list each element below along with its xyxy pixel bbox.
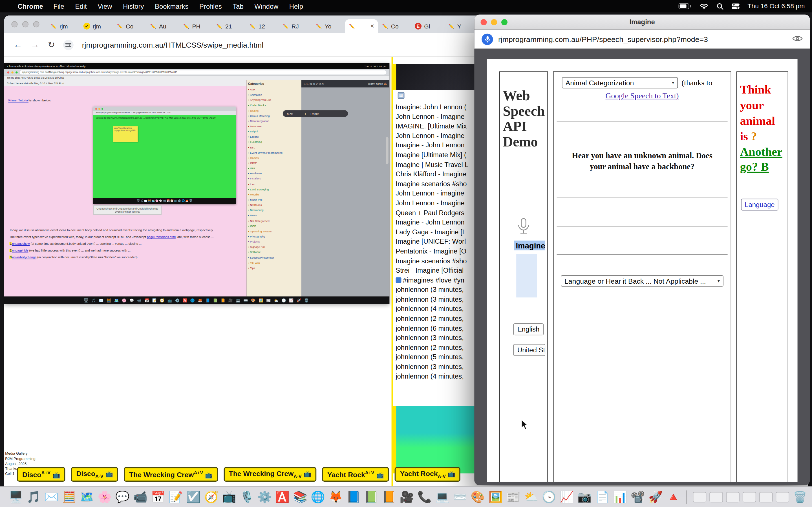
media-list-item[interactable]: Lady Gaga - Imagine [L bbox=[396, 228, 478, 237]
minimized-window-thumb[interactable] bbox=[709, 492, 723, 502]
dock-app-icon[interactable]: 📺 bbox=[222, 491, 236, 503]
dock-app-icon[interactable]: ✉️ bbox=[44, 491, 58, 503]
microphone-icon[interactable] bbox=[517, 218, 530, 238]
microphone-badge-icon[interactable] bbox=[481, 33, 493, 45]
category-select[interactable]: Animal Categorization ▾ bbox=[562, 77, 678, 89]
dock-app-icon[interactable]: 📽️ bbox=[631, 491, 645, 503]
menu-item[interactable]: Tab bbox=[233, 2, 244, 10]
dock-app-icon[interactable]: 📝 bbox=[168, 491, 183, 503]
dock-app-icon[interactable]: 📰 bbox=[506, 491, 520, 503]
battery-icon[interactable] bbox=[678, 3, 691, 9]
media-list-item[interactable]: johnlennon (3 minutes, bbox=[396, 295, 478, 304]
dock-app-icon[interactable]: 📹 bbox=[133, 491, 147, 503]
zoom-window-button[interactable] bbox=[501, 19, 507, 25]
media-list-item[interactable]: johnlennon (2 minutes, bbox=[396, 343, 478, 352]
media-list-item[interactable]: johnlennon (5 minutes, bbox=[396, 353, 478, 362]
browser-tab[interactable]: ✏️ PH bbox=[179, 19, 213, 33]
media-list-item[interactable]: John Lennon - Imagine bbox=[396, 199, 478, 208]
dock-app-icon[interactable]: 🖼️ bbox=[489, 491, 503, 503]
dock-app-icon[interactable]: 🅰️ bbox=[275, 491, 289, 503]
browser-tab[interactable]: E Gi bbox=[411, 19, 444, 33]
media-list-item[interactable]: johnlennon (3 minutes, bbox=[396, 285, 478, 295]
media-list-item[interactable]: Imagine [Ultimate Mix] ( bbox=[396, 151, 478, 160]
dock-app-icon[interactable]: ☑️ bbox=[186, 491, 200, 503]
dock-app-icon[interactable]: 🎥 bbox=[400, 491, 414, 503]
media-list-item[interactable]: Imagine: John Lennon ( bbox=[396, 103, 478, 112]
menu-item[interactable]: Help bbox=[289, 2, 303, 10]
minimized-window-thumb[interactable] bbox=[726, 492, 740, 502]
back-icon[interactable]: ← bbox=[13, 40, 22, 50]
dock-app-icon[interactable]: ⌨️ bbox=[453, 491, 467, 503]
media-list-item[interactable]: Queen + Paul Rodgers bbox=[396, 208, 478, 218]
dock-app-icon[interactable]: 🗺️ bbox=[80, 491, 94, 503]
media-list-item[interactable]: johnlennon (4 minutes, bbox=[396, 372, 478, 381]
media-list-item[interactable]: Imagine - John Lennon bbox=[396, 218, 478, 227]
minimized-window-thumb[interactable] bbox=[742, 492, 756, 502]
dock-app-icon[interactable]: 🌐 bbox=[311, 491, 325, 503]
media-list-item[interactable]: johnlennon (3 minutes, bbox=[396, 362, 478, 372]
dock-app-icon[interactable]: 🌸 bbox=[98, 491, 112, 503]
media-list-item[interactable]: John Lennon - Imagine bbox=[396, 131, 478, 141]
dock-app-icon[interactable]: 💬 bbox=[115, 491, 130, 503]
media-playlist-button[interactable]: Yacht RockA-V 📺 bbox=[395, 467, 460, 482]
spotlight-search-icon[interactable] bbox=[716, 3, 723, 10]
minimized-window-thumb[interactable] bbox=[776, 492, 789, 502]
media-list-item[interactable]: johnlennon (6 minutes, bbox=[396, 324, 478, 333]
zoom-window-button[interactable] bbox=[33, 21, 40, 27]
dock-app-icon[interactable]: 🎙️ bbox=[240, 491, 254, 503]
browser-tab[interactable]: ✏️ Co bbox=[113, 19, 146, 33]
control-center-icon[interactable] bbox=[731, 3, 739, 9]
menu-item[interactable]: View bbox=[98, 2, 112, 10]
forward-icon[interactable]: → bbox=[31, 40, 39, 50]
dock-app-icon[interactable]: ⛅ bbox=[524, 491, 538, 503]
minimized-window-thumb[interactable] bbox=[759, 492, 772, 502]
menu-app-name[interactable]: Chrome bbox=[17, 2, 43, 10]
media-list-item[interactable]: Imagine [UNICEF: Worl bbox=[396, 237, 478, 247]
dock-app-icon[interactable]: 📅 bbox=[151, 491, 165, 503]
menu-item[interactable]: Bookmarks bbox=[155, 2, 188, 10]
browser-tab[interactable]: ✏️ Yo bbox=[312, 19, 345, 33]
minimized-window-thumb[interactable] bbox=[693, 492, 706, 502]
menu-item[interactable]: Profiles bbox=[199, 2, 222, 10]
media-list-item[interactable]: Chris Kläfford - Imagine bbox=[396, 170, 478, 179]
dock-app-icon[interactable]: 🎵 bbox=[27, 491, 41, 503]
browser-tab[interactable]: ✏️ rjm bbox=[47, 19, 80, 33]
minimize-window-button[interactable] bbox=[491, 19, 497, 25]
dock-app-icon[interactable]: 🧭 bbox=[204, 491, 218, 503]
menu-item[interactable]: Edit bbox=[75, 2, 87, 10]
imagine-url[interactable]: rjmprogramming.com.au/PHP/speech_supervi… bbox=[498, 35, 708, 43]
dock-app-icon[interactable]: 📊 bbox=[613, 491, 627, 503]
dock-app-icon[interactable]: 🦊 bbox=[328, 491, 343, 503]
dock-app-icon[interactable]: 📘 bbox=[346, 491, 360, 503]
media-list-item[interactable]: Pentatonix - Imagine [O bbox=[396, 247, 478, 256]
media-list-item[interactable]: John Lennon - imagine bbox=[396, 189, 478, 199]
media-playlist-button[interactable]: DiscoA-V 📺 bbox=[71, 467, 118, 482]
browser-tab[interactable]: ✏️ ✕ bbox=[345, 19, 378, 33]
browser-tab[interactable]: ✏️ RJ bbox=[278, 19, 312, 33]
language-hearback-select[interactable]: Language or Hear it Back ... Not Applica… bbox=[561, 275, 723, 286]
browser-tab[interactable]: ✏️ Au bbox=[146, 19, 179, 33]
back-link[interactable]: B bbox=[758, 161, 769, 173]
dock-app-icon[interactable]: 🕓 bbox=[542, 491, 556, 503]
dock-app-icon[interactable]: 📚 bbox=[293, 491, 307, 503]
dock-app-icon[interactable]: 🚀 bbox=[649, 491, 663, 503]
dock-app-icon[interactable]: 🧮 bbox=[62, 491, 76, 503]
media-list-item[interactable]: Strei - Imagine [Official bbox=[396, 266, 478, 276]
dock-app-icon[interactable]: 📞 bbox=[417, 491, 432, 503]
browser-tab[interactable]: ✓ rjm bbox=[80, 19, 113, 33]
google-speech-link[interactable]: Google Speech to Text) bbox=[553, 92, 730, 100]
dock-app-icon[interactable]: 📗 bbox=[364, 491, 378, 503]
media-list-item[interactable]: IMAGINE. [Ultimate Mix bbox=[396, 122, 478, 131]
menu-item[interactable]: Window bbox=[254, 2, 278, 10]
media-playlist-button[interactable]: DiscoA+V 📺 bbox=[17, 467, 65, 482]
dock-app-icon[interactable]: 📙 bbox=[382, 491, 396, 503]
dock-app-icon[interactable]: 📈 bbox=[560, 491, 574, 503]
minimize-window-button[interactable] bbox=[22, 21, 29, 27]
media-playlist-button[interactable]: The Wrecking CrewA+V 📺 bbox=[124, 467, 218, 482]
media-list-item[interactable]: Imagine scenarios #sho bbox=[396, 179, 478, 189]
browser-tab[interactable]: ✏️ 12 bbox=[246, 19, 279, 33]
media-list-item[interactable]: John Lennon - Imagine bbox=[396, 112, 478, 122]
media-playlist-button[interactable]: Yacht RockA+V 📺 bbox=[322, 467, 389, 482]
media-list-item[interactable]: johnlennon (2 minutes, bbox=[396, 314, 478, 324]
language-english-button[interactable]: English bbox=[513, 323, 544, 335]
